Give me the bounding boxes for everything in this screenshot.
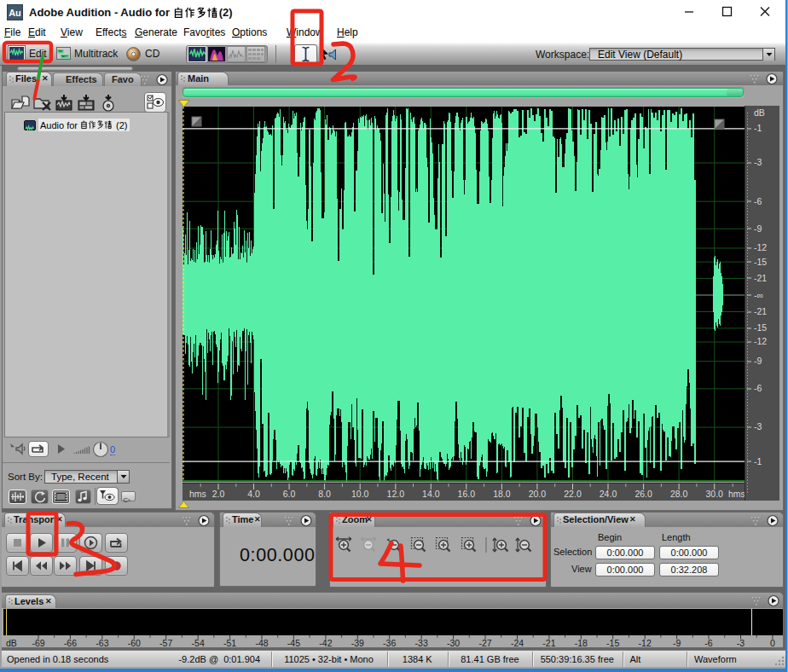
svg-text:16.0: 16.0 — [458, 489, 476, 499]
svg-text:-42: -42 — [319, 638, 332, 648]
svg-text:-9: -9 — [754, 356, 762, 366]
svg-text:8.0: 8.0 — [318, 489, 331, 499]
svg-text:-12: -12 — [639, 638, 652, 648]
svg-text:-54: -54 — [192, 638, 205, 648]
svg-text:C›: C› — [124, 496, 130, 504]
svg-text:-36: -36 — [383, 638, 396, 648]
svg-text:-63: -63 — [96, 638, 108, 648]
svg-text:-66: -66 — [64, 638, 77, 648]
svg-text:-1: -1 — [754, 123, 762, 133]
svg-text:-24: -24 — [511, 638, 524, 648]
svg-text:-9: -9 — [754, 223, 762, 234]
svg-text:-15: -15 — [754, 257, 767, 267]
svg-text:-30: -30 — [447, 638, 460, 648]
svg-text:20.0: 20.0 — [529, 489, 547, 499]
svg-text:-12: -12 — [754, 242, 767, 252]
svg-text:-39: -39 — [351, 638, 364, 648]
svg-text:-6: -6 — [754, 383, 762, 393]
svg-text:-27: -27 — [478, 638, 491, 648]
svg-text:-21: -21 — [542, 638, 555, 648]
svg-text:22.0: 22.0 — [564, 489, 582, 499]
svg-text:-9: -9 — [673, 638, 681, 648]
svg-text:-15: -15 — [754, 322, 767, 333]
svg-text:-∞: -∞ — [754, 290, 763, 300]
svg-text:-69: -69 — [32, 638, 44, 648]
svg-text:-1: -1 — [754, 456, 762, 466]
svg-text:30.0: 30.0 — [705, 489, 723, 499]
svg-text:dB: dB — [754, 107, 765, 118]
svg-text:18.0: 18.0 — [493, 489, 511, 499]
svg-text:0: 0 — [770, 638, 775, 648]
svg-text:-51: -51 — [223, 638, 236, 648]
svg-text:-45: -45 — [287, 638, 300, 648]
svg-text:-12: -12 — [754, 336, 767, 346]
svg-text:hms: hms — [728, 489, 745, 499]
svg-text:-3: -3 — [754, 421, 762, 432]
svg-text:-3: -3 — [754, 157, 762, 167]
svg-text:hms: hms — [189, 489, 206, 499]
svg-text:24.0: 24.0 — [600, 489, 617, 499]
svg-text:-57: -57 — [159, 638, 172, 648]
svg-text:-6: -6 — [754, 196, 762, 206]
svg-text:12.0: 12.0 — [387, 489, 405, 499]
svg-text:-15: -15 — [606, 638, 619, 648]
svg-text:28.0: 28.0 — [670, 489, 688, 499]
svg-text:-60: -60 — [128, 638, 141, 648]
svg-text:-48: -48 — [255, 638, 268, 648]
svg-text:-6: -6 — [704, 638, 712, 648]
svg-text:-3: -3 — [737, 638, 745, 648]
svg-text:26.0: 26.0 — [634, 489, 652, 499]
svg-text:-33: -33 — [415, 638, 428, 648]
svg-text:dB: dB — [6, 638, 17, 648]
svg-text:14.0: 14.0 — [422, 489, 440, 499]
svg-text:6.0: 6.0 — [283, 489, 296, 499]
svg-text:2.0: 2.0 — [212, 489, 225, 499]
svg-text:-21: -21 — [754, 273, 767, 283]
svg-text:4.0: 4.0 — [247, 489, 260, 499]
svg-text:-18: -18 — [575, 638, 588, 648]
svg-text:10.0: 10.0 — [351, 489, 369, 499]
svg-text:-21: -21 — [754, 306, 767, 316]
